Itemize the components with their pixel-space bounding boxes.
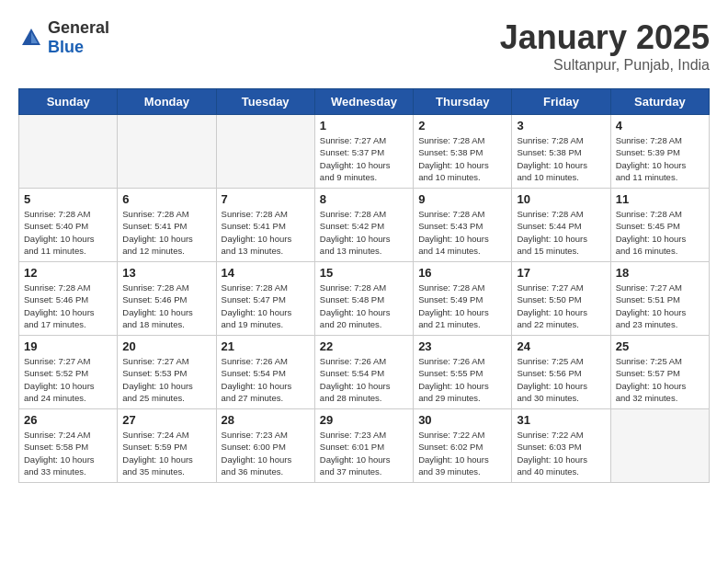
calendar-cell: 17Sunrise: 7:27 AM Sunset: 5:50 PM Dayli… — [512, 262, 610, 336]
day-number: 26 — [24, 413, 112, 427]
day-number: 22 — [320, 339, 408, 353]
calendar-week-4: 19Sunrise: 7:27 AM Sunset: 5:52 PM Dayli… — [19, 336, 710, 409]
calendar-cell: 19Sunrise: 7:27 AM Sunset: 5:52 PM Dayli… — [19, 336, 118, 409]
day-number: 25 — [616, 339, 704, 353]
day-number: 23 — [418, 339, 506, 353]
day-info: Sunrise: 7:28 AM Sunset: 5:47 PM Dayligh… — [222, 282, 310, 330]
calendar-cell: 16Sunrise: 7:28 AM Sunset: 5:49 PM Dayli… — [414, 262, 512, 336]
calendar-cell — [19, 115, 118, 189]
calendar-cell: 23Sunrise: 7:26 AM Sunset: 5:55 PM Dayli… — [414, 336, 512, 409]
calendar-week-2: 5Sunrise: 7:28 AM Sunset: 5:40 PM Daylig… — [19, 189, 710, 262]
calendar-cell: 18Sunrise: 7:27 AM Sunset: 5:51 PM Dayli… — [610, 262, 709, 336]
day-number: 10 — [517, 192, 605, 206]
day-number: 31 — [517, 413, 605, 427]
day-info: Sunrise: 7:28 AM Sunset: 5:46 PM Dayligh… — [122, 282, 210, 330]
page-header: General Blue January 2025 Sultanpur, Pun… — [18, 18, 710, 74]
calendar-cell: 1Sunrise: 7:27 AM Sunset: 5:37 PM Daylig… — [314, 115, 413, 189]
calendar-week-5: 26Sunrise: 7:24 AM Sunset: 5:58 PM Dayli… — [19, 409, 710, 483]
weekday-saturday: Saturday — [610, 89, 709, 115]
day-number: 28 — [222, 413, 310, 427]
calendar-cell: 4Sunrise: 7:28 AM Sunset: 5:39 PM Daylig… — [610, 115, 709, 189]
day-info: Sunrise: 7:22 AM Sunset: 6:03 PM Dayligh… — [517, 429, 605, 477]
calendar-cell: 30Sunrise: 7:22 AM Sunset: 6:02 PM Dayli… — [414, 409, 512, 483]
calendar-cell: 14Sunrise: 7:28 AM Sunset: 5:47 PM Dayli… — [216, 262, 314, 336]
calendar-cell: 31Sunrise: 7:22 AM Sunset: 6:03 PM Dayli… — [512, 409, 610, 483]
day-number: 11 — [616, 192, 704, 206]
day-number: 7 — [222, 192, 310, 206]
day-number: 18 — [616, 266, 704, 280]
calendar-cell: 22Sunrise: 7:26 AM Sunset: 5:54 PM Dayli… — [314, 336, 413, 409]
day-info: Sunrise: 7:26 AM Sunset: 5:54 PM Dayligh… — [320, 355, 408, 404]
day-info: Sunrise: 7:28 AM Sunset: 5:39 PM Dayligh… — [616, 134, 704, 183]
calendar-subtitle: Sultanpur, Punjab, India — [500, 57, 710, 74]
title-block: January 2025 Sultanpur, Punjab, India — [500, 18, 710, 74]
calendar-body: 1Sunrise: 7:27 AM Sunset: 5:37 PM Daylig… — [19, 115, 710, 483]
day-number: 20 — [122, 339, 210, 353]
day-number: 5 — [24, 192, 112, 206]
day-info: Sunrise: 7:28 AM Sunset: 5:46 PM Dayligh… — [24, 282, 112, 330]
day-info: Sunrise: 7:22 AM Sunset: 6:02 PM Dayligh… — [418, 429, 506, 477]
day-number: 13 — [122, 266, 210, 280]
day-info: Sunrise: 7:28 AM Sunset: 5:41 PM Dayligh… — [222, 208, 310, 257]
calendar-header: SundayMondayTuesdayWednesdayThursdayFrid… — [19, 89, 710, 115]
calendar-cell: 29Sunrise: 7:23 AM Sunset: 6:01 PM Dayli… — [314, 409, 413, 483]
calendar-cell — [610, 409, 709, 483]
calendar-cell — [216, 115, 314, 189]
calendar-cell: 3Sunrise: 7:28 AM Sunset: 5:38 PM Daylig… — [512, 115, 610, 189]
day-number: 27 — [122, 413, 210, 427]
weekday-thursday: Thursday — [414, 89, 512, 115]
weekday-row: SundayMondayTuesdayWednesdayThursdayFrid… — [19, 89, 710, 115]
calendar-cell: 20Sunrise: 7:27 AM Sunset: 5:53 PM Dayli… — [118, 336, 216, 409]
day-info: Sunrise: 7:28 AM Sunset: 5:49 PM Dayligh… — [418, 282, 506, 330]
calendar-cell: 11Sunrise: 7:28 AM Sunset: 5:45 PM Dayli… — [610, 189, 709, 262]
calendar-table: SundayMondayTuesdayWednesdayThursdayFrid… — [18, 88, 710, 483]
calendar-cell: 26Sunrise: 7:24 AM Sunset: 5:58 PM Dayli… — [19, 409, 118, 483]
day-info: Sunrise: 7:28 AM Sunset: 5:48 PM Dayligh… — [320, 282, 408, 330]
day-number: 4 — [616, 119, 704, 132]
day-info: Sunrise: 7:23 AM Sunset: 6:01 PM Dayligh… — [320, 429, 408, 477]
day-info: Sunrise: 7:27 AM Sunset: 5:51 PM Dayligh… — [616, 282, 704, 330]
day-info: Sunrise: 7:24 AM Sunset: 5:58 PM Dayligh… — [24, 429, 112, 477]
logo-icon — [18, 25, 44, 51]
calendar-cell: 15Sunrise: 7:28 AM Sunset: 5:48 PM Dayli… — [314, 262, 413, 336]
day-number: 6 — [122, 192, 210, 206]
day-number: 24 — [517, 339, 605, 353]
day-info: Sunrise: 7:27 AM Sunset: 5:53 PM Dayligh… — [122, 355, 210, 404]
calendar-cell: 27Sunrise: 7:24 AM Sunset: 5:59 PM Dayli… — [118, 409, 216, 483]
day-info: Sunrise: 7:28 AM Sunset: 5:40 PM Dayligh… — [24, 208, 112, 257]
calendar-week-1: 1Sunrise: 7:27 AM Sunset: 5:37 PM Daylig… — [19, 115, 710, 189]
calendar-cell: 8Sunrise: 7:28 AM Sunset: 5:42 PM Daylig… — [314, 189, 413, 262]
calendar-cell: 2Sunrise: 7:28 AM Sunset: 5:38 PM Daylig… — [414, 115, 512, 189]
weekday-friday: Friday — [512, 89, 610, 115]
day-info: Sunrise: 7:28 AM Sunset: 5:38 PM Dayligh… — [418, 134, 506, 183]
day-number: 3 — [517, 119, 605, 132]
calendar-week-3: 12Sunrise: 7:28 AM Sunset: 5:46 PM Dayli… — [19, 262, 710, 336]
day-info: Sunrise: 7:28 AM Sunset: 5:43 PM Dayligh… — [418, 208, 506, 257]
calendar-cell — [118, 115, 216, 189]
calendar-cell: 28Sunrise: 7:23 AM Sunset: 6:00 PM Dayli… — [216, 409, 314, 483]
calendar-cell: 5Sunrise: 7:28 AM Sunset: 5:40 PM Daylig… — [19, 189, 118, 262]
logo-text-general: General — [48, 18, 109, 37]
day-number: 19 — [24, 339, 112, 353]
day-info: Sunrise: 7:27 AM Sunset: 5:50 PM Dayligh… — [517, 282, 605, 330]
day-number: 2 — [418, 119, 506, 132]
weekday-tuesday: Tuesday — [216, 89, 314, 115]
day-info: Sunrise: 7:28 AM Sunset: 5:45 PM Dayligh… — [616, 208, 704, 257]
weekday-sunday: Sunday — [19, 89, 118, 115]
day-number: 16 — [418, 266, 506, 280]
day-info: Sunrise: 7:26 AM Sunset: 5:55 PM Dayligh… — [418, 355, 506, 404]
logo-text-blue: Blue — [48, 38, 84, 56]
logo: General Blue — [18, 18, 109, 57]
day-number: 9 — [418, 192, 506, 206]
calendar-cell: 7Sunrise: 7:28 AM Sunset: 5:41 PM Daylig… — [216, 189, 314, 262]
day-number: 8 — [320, 192, 408, 206]
day-number: 21 — [222, 339, 310, 353]
day-info: Sunrise: 7:24 AM Sunset: 5:59 PM Dayligh… — [122, 429, 210, 477]
calendar-cell: 24Sunrise: 7:25 AM Sunset: 5:56 PM Dayli… — [512, 336, 610, 409]
calendar-cell: 25Sunrise: 7:25 AM Sunset: 5:57 PM Dayli… — [610, 336, 709, 409]
day-number: 17 — [517, 266, 605, 280]
calendar-cell: 13Sunrise: 7:28 AM Sunset: 5:46 PM Dayli… — [118, 262, 216, 336]
day-number: 1 — [320, 119, 408, 132]
calendar-cell: 9Sunrise: 7:28 AM Sunset: 5:43 PM Daylig… — [414, 189, 512, 262]
day-info: Sunrise: 7:25 AM Sunset: 5:57 PM Dayligh… — [616, 355, 704, 404]
